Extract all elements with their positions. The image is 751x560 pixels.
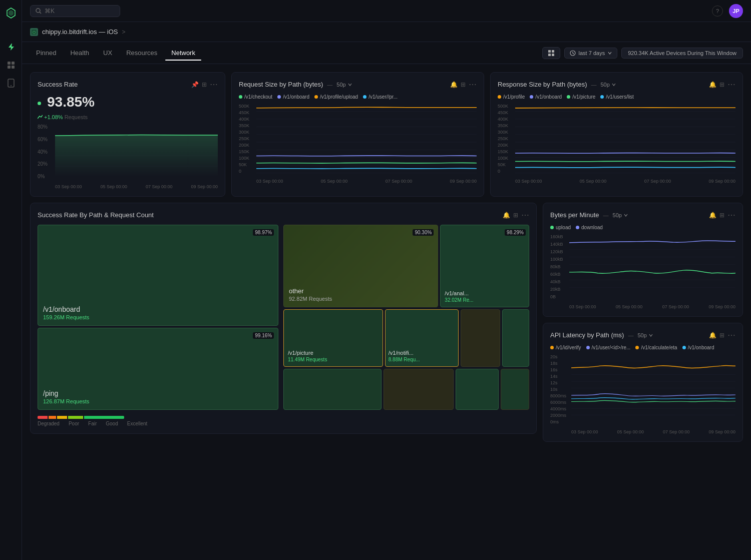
response-size-title: Response Size by Path (bytes) <box>498 81 587 88</box>
treemap-title: Success Rate By Path & Request Count <box>38 211 154 219</box>
success-rate-title: Success Rate <box>38 81 78 88</box>
treemap-right-extra <box>283 369 529 410</box>
request-size-filter[interactable]: 50p <box>336 82 351 88</box>
app-logo[interactable] <box>4 6 18 20</box>
latency-svg <box>571 354 735 422</box>
breadcrumb-path[interactable]: chippy.io.bitdrift.ios — iOS <box>42 28 118 36</box>
svg-rect-13 <box>552 50 554 53</box>
more-icon-2[interactable]: ⋯ <box>469 80 477 89</box>
treemap-tile-picture[interactable]: /v1/picture 11.49M Requests <box>283 309 383 367</box>
nav-icon-grid[interactable] <box>6 60 16 70</box>
request-size-x-axis: 03 Sep 00:0005 Sep 00:0007 Sep 00:0009 S… <box>256 179 477 184</box>
svg-rect-4 <box>8 66 11 69</box>
more-icon-6[interactable]: ⋯ <box>727 330 735 340</box>
treemap-tile-small-2[interactable] <box>502 309 529 367</box>
tab-health[interactable]: Health <box>64 46 95 60</box>
request-size-y-axis: 500K450K400K350K300K250K200K150K100K50K0 <box>239 104 256 174</box>
search-box[interactable]: ⌘K <box>30 5 120 17</box>
expand-icon[interactable]: ⊞ <box>202 81 207 88</box>
success-rate-card: Success Rate 📌 ⊞ ⋯ 93.85% +1.08% Request… <box>30 72 225 197</box>
resp-legend-item: /v1/users/list <box>600 94 634 100</box>
upload-dot <box>550 226 554 229</box>
other-rate: 90.30% <box>413 229 434 236</box>
bpm-x-axis: 03 Sep 00:0005 Sep 00:0007 Sep 00:0009 S… <box>569 304 735 309</box>
treemap-tile-extra-3[interactable] <box>456 369 498 410</box>
more-icon-3[interactable]: ⋯ <box>727 80 735 89</box>
grid-view-button[interactable] <box>542 47 560 59</box>
pin-icon[interactable]: 📌 <box>191 81 199 88</box>
bell-icon-6[interactable]: 🔔 <box>709 332 716 339</box>
nav-icon-lightning[interactable] <box>6 42 16 52</box>
treemap-tile-notifi[interactable]: /v1/notifi... 8.88M Requ... <box>385 309 459 367</box>
treemap-tile-extra-1[interactable] <box>283 369 382 410</box>
bpm-filter[interactable]: 50p <box>613 212 628 218</box>
svg-rect-3 <box>12 62 15 65</box>
sidebar <box>0 0 22 560</box>
search-placeholder: ⌘K <box>45 8 55 15</box>
treemap-tile-anal[interactable]: 98.29% /v1/anal... 32.02M Re... <box>440 225 529 307</box>
treemap-tile-extra-2[interactable] <box>384 369 454 410</box>
picture-requests: 11.49M Requests <box>288 357 327 362</box>
latency-onboard-dot <box>682 346 686 349</box>
nav-right-controls: last 7 days 920.34K Active Devices Durin… <box>542 47 743 59</box>
req-dot <box>363 95 366 99</box>
avatar[interactable]: JP <box>729 4 743 18</box>
bpm-header: Bytes per Minute — 50p 🔔 ⊞ ⋯ <box>550 210 735 220</box>
onboard-label: /v1/onboard <box>43 305 89 313</box>
bell-icon-3[interactable]: 🔔 <box>709 81 716 88</box>
notifi-info: /v1/notifi... 8.88M Requ... <box>389 350 420 362</box>
treemap-tile-other[interactable]: 90.30% other 92.82M Requests <box>283 225 438 307</box>
treemap-card: Success Rate By Path & Request Count 🔔 ⊞… <box>30 203 537 434</box>
expand-icon-6[interactable]: ⊞ <box>719 332 724 339</box>
latency-actions: 🔔 ⊞ ⋯ <box>709 330 735 340</box>
more-icon[interactable]: ⋯ <box>210 80 218 89</box>
treemap-tile-onboard[interactable]: 98.97% /v1/onboard 159.26M Requests <box>38 225 278 326</box>
success-rate-header: Success Rate 📌 ⊞ ⋯ <box>38 80 218 89</box>
treemap-tile-small-1[interactable] <box>461 309 500 367</box>
user-dot <box>586 346 590 349</box>
rating-degraded <box>38 416 48 419</box>
tab-resources[interactable]: Resources <box>120 46 163 60</box>
expand-icon-2[interactable]: ⊞ <box>461 81 466 88</box>
bell-icon-5[interactable]: 🔔 <box>709 212 716 219</box>
expand-icon-4[interactable]: ⊞ <box>513 212 518 219</box>
topbar: ⌘K ? JP <box>22 0 751 22</box>
success-rate-chart: 80% 60% 40% 20% 0% <box>38 124 218 189</box>
response-size-actions: 🔔 ⊞ ⋯ <box>709 80 735 89</box>
treemap-tile-extra-4[interactable] <box>501 369 529 410</box>
resp-dot <box>498 95 501 99</box>
tab-pinned[interactable]: Pinned <box>30 46 62 60</box>
more-icon-5[interactable]: ⋯ <box>727 210 735 220</box>
response-size-y-axis: 500K450K400K350K300K250K200K150K100K50K0 <box>498 104 515 174</box>
charts-row-2: Success Rate By Path & Request Count 🔔 ⊞… <box>30 203 743 442</box>
tab-ux[interactable]: UX <box>97 46 118 60</box>
picture-info: /v1/picture 11.49M Requests <box>288 350 327 362</box>
latency-x-axis: 03 Sep 00:0005 Sep 00:0007 Sep 00:0009 S… <box>571 429 735 434</box>
latency-filter[interactable]: 50p <box>637 332 652 338</box>
breadcrumb-app-icon: ⬡ <box>30 28 38 36</box>
bpm-legend-upload: upload <box>550 225 571 230</box>
help-icon[interactable]: ? <box>712 6 723 17</box>
rating-good <box>68 416 83 419</box>
req-dot <box>239 95 242 99</box>
bell-icon-4[interactable]: 🔔 <box>503 212 510 219</box>
success-rate-actions: 📌 ⊞ ⋯ <box>191 80 218 89</box>
treemap-tile-ping[interactable]: 99.16% /ping 126.87M Requests <box>38 328 278 410</box>
bpm-chart: 160kB140kB120kB100kB80kB60kB40kB20kB0B <box>550 234 735 309</box>
more-icon-4[interactable]: ⋯ <box>521 210 529 220</box>
bytes-per-minute-card: Bytes per Minute — 50p 🔔 ⊞ ⋯ <box>543 203 743 317</box>
bell-icon[interactable]: 🔔 <box>450 81 458 88</box>
treemap-right-top: 90.30% other 92.82M Requests 98.29% /v1/… <box>283 225 529 307</box>
bpm-actions: 🔔 ⊞ ⋯ <box>709 210 735 220</box>
resp-legend-item: /v1/onboard <box>530 94 562 100</box>
time-filter-button[interactable]: last 7 days <box>564 48 618 59</box>
label-excellent: Excellent <box>127 421 148 426</box>
expand-icon-3[interactable]: ⊞ <box>719 81 724 88</box>
request-size-legend: /v1/checkout/v1/onboard/v1/profile/uploa… <box>239 94 477 100</box>
response-size-filter[interactable]: 50p <box>600 82 615 88</box>
response-size-chart: 500K450K400K350K300K250K200K150K100K50K0 <box>498 104 735 184</box>
nav-icon-device[interactable] <box>6 78 16 88</box>
tab-network[interactable]: Network <box>165 46 201 60</box>
anal-info: /v1/anal... 32.02M Re... <box>445 290 473 303</box>
expand-icon-5[interactable]: ⊞ <box>719 212 724 219</box>
